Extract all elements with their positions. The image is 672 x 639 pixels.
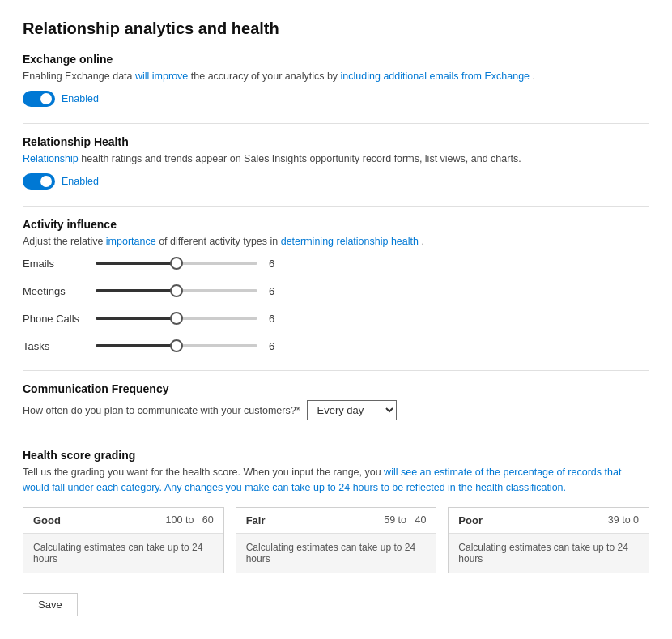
emails-slider-row: Emails 6 [23,255,649,271]
grade-card-good-header: Good 100 to 60 [23,508,223,534]
meetings-slider[interactable] [96,283,257,299]
exchange-including-link[interactable]: including additional emails from Exchang… [341,70,530,82]
phone-calls-slider[interactable] [96,310,257,326]
meetings-slider-label: Meetings [23,285,96,297]
divider-1 [23,123,649,124]
grade-card-fair: Fair 59 to 40 Calculating estimates can … [236,507,437,573]
grade-card-poor-header: Poor 39 to 0 [449,508,649,534]
tasks-slider-value: 6 [269,340,282,352]
exchange-online-description: Enabling Exchange data will improve the … [23,69,649,84]
exchange-online-toggle[interactable] [23,91,55,107]
activity-influence-heading: Activity influence [23,218,649,231]
page-title: Relationship analytics and health [23,19,649,38]
exchange-online-toggle-row: Enabled [23,91,649,107]
meetings-slider-value: 6 [269,285,282,297]
health-score-grading-heading: Health score grading [23,449,649,462]
exchange-online-toggle-label: Enabled [62,93,99,104]
exchange-online-section: Exchange online Enabling Exchange data w… [23,53,649,107]
emails-slider-label: Emails [23,258,96,270]
emails-slider-value: 6 [269,258,282,270]
grade-poor-estimate: Calculating estimates can take up to 24 … [458,542,639,564]
tasks-slider-label: Tasks [23,340,96,352]
tasks-slider-row: Tasks 6 [23,338,649,354]
health-score-grading-description: Tell us the grading you want for the hea… [23,465,649,496]
grade-fair-range: 59 to 40 [384,514,426,526]
communication-frequency-section: Communication Frequency How often do you… [23,382,649,420]
meetings-slider-row: Meetings 6 [23,283,649,299]
relationship-health-toggle-row: Enabled [23,173,649,190]
tasks-slider[interactable] [96,338,257,354]
grade-fair-estimate: Calculating estimates can take up to 24 … [246,542,427,564]
communication-frequency-heading: Communication Frequency [23,382,649,395]
phone-calls-slider-label: Phone Calls [23,313,96,325]
communication-frequency-select[interactable]: Every day Every week Every month [307,400,397,420]
grade-card-fair-header: Fair 59 to 40 [236,508,436,534]
relationship-health-description: Relationship health ratings and trends a… [23,151,649,167]
relationship-health-toggle-label: Enabled [62,176,99,187]
will-see-link[interactable]: will see [384,466,417,478]
grade-good-estimate: Calculating estimates can take up to 24 … [33,542,214,564]
grade-good-body: Calculating estimates can take up to 24 … [23,534,223,573]
phone-calls-slider-row: Phone Calls 6 [23,310,649,326]
exchange-online-heading: Exchange online [23,53,649,66]
relationship-health-toggle[interactable] [23,173,55,190]
activity-influence-description: Adjust the relative importance of differ… [23,234,649,249]
emails-slider[interactable] [96,255,257,271]
relationship-health-link[interactable]: Relationship [23,153,79,164]
divider-2 [23,206,649,207]
grade-card-poor: Poor 39 to 0 Calculating estimates can t… [448,507,649,573]
activity-influence-section: Activity influence Adjust the relative i… [23,218,649,355]
grade-poor-range: 39 to 0 [608,514,639,526]
determining-link[interactable]: determining relationship health [281,236,419,247]
exchange-will-improve-link[interactable]: will improve [135,70,188,82]
health-score-grading-section: Health score grading Tell us the grading… [23,449,649,573]
grade-poor-body: Calculating estimates can take up to 24 … [449,534,649,573]
relationship-health-heading: Relationship Health [23,135,649,148]
save-button[interactable]: Save [23,593,78,616]
relationship-health-section: Relationship Health Relationship health … [23,135,649,190]
communication-frequency-description: How often do you plan to communicate wit… [23,405,300,416]
divider-3 [23,370,649,371]
phone-calls-slider-value: 6 [269,313,282,325]
communication-frequency-row: How often do you plan to communicate wit… [23,400,649,420]
importance-link[interactable]: importance [106,236,156,247]
divider-4 [23,437,649,437]
grade-fair-body: Calculating estimates can take up to 24 … [236,534,436,573]
grade-cards-container: Good 100 to 60 Calculating estimates can… [23,507,649,573]
grade-good-title: Good [33,514,61,526]
grade-good-range: 100 to 60 [166,514,214,526]
grade-card-good: Good 100 to 60 Calculating estimates can… [23,507,224,573]
grade-poor-title: Poor [458,514,483,526]
grade-fair-title: Fair [246,514,266,526]
